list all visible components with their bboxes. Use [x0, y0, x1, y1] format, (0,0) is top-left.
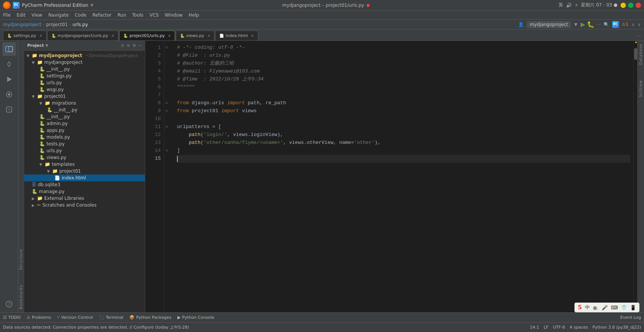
- tree-migrations-init[interactable]: 🐍 __init__.py: [24, 107, 145, 113]
- audio-icon[interactable]: 🔊: [566, 3, 572, 8]
- editor-scrollbar[interactable]: [633, 41, 637, 312]
- ime-mic[interactable]: 🎤: [602, 305, 608, 310]
- menu-navigate[interactable]: Navigate: [48, 12, 69, 18]
- status-python-version[interactable]: Python 3.8 (py38_dj22): [593, 325, 641, 330]
- tree-urls-main[interactable]: 🐍 urls.py: [24, 79, 145, 86]
- fold-11[interactable]: ⊟: [164, 123, 169, 131]
- tab-terminal[interactable]: ⬛ Terminal: [99, 315, 124, 320]
- nav-up-icon[interactable]: ∧: [631, 22, 635, 27]
- nav-down-icon[interactable]: ∨: [638, 22, 641, 27]
- sidebar-icon-commits[interactable]: [2, 57, 16, 71]
- menu-code[interactable]: Code: [75, 12, 87, 18]
- tree-project01-init[interactable]: 🐍 __init__.py: [24, 113, 145, 120]
- tree-views[interactable]: 🐍 views.py: [24, 154, 145, 161]
- status-encoding[interactable]: UTF-8: [553, 325, 565, 330]
- tab-python-packages[interactable]: 📦 Python Packages: [129, 315, 171, 320]
- menu-edit[interactable]: Edit: [17, 12, 25, 18]
- menu-view[interactable]: View: [31, 12, 42, 18]
- tree-index-html[interactable]: 📄 index.html: [24, 174, 145, 181]
- tree-migrations[interactable]: ▼ 📁 migrations: [24, 100, 145, 107]
- tree-urls-project01[interactable]: 🐍 urls.py: [24, 147, 145, 154]
- tree-root[interactable]: ▼ 📁 mydjangoproject ~/Desktop/DjangoProj…: [24, 52, 145, 59]
- fold-1[interactable]: ⊟: [164, 44, 169, 52]
- run-more-icon[interactable]: ⋯: [596, 22, 601, 27]
- close-button[interactable]: [636, 3, 641, 8]
- structure-label[interactable]: Structure: [19, 249, 23, 270]
- dropdown-icon[interactable]: ▼: [574, 22, 577, 27]
- code-content[interactable]: 1 2 3 4 5 6 7 8 9 10 11 12 13 14 15 ⊟: [145, 41, 637, 312]
- tab-todo[interactable]: ☑ TODO: [3, 315, 20, 320]
- ime-shirt[interactable]: 👕: [621, 305, 627, 310]
- breadcrumb-root[interactable]: mydjangoproject: [3, 22, 41, 27]
- menu-help[interactable]: Help: [189, 12, 199, 18]
- tree-init1[interactable]: 🐍 __init__.py: [24, 66, 145, 73]
- panel-scroll-from-source[interactable]: ⊙: [121, 43, 124, 48]
- ime-phone[interactable]: 📱: [630, 305, 636, 310]
- menu-file[interactable]: File: [3, 12, 11, 18]
- tab-overflow-button[interactable]: ⋯: [633, 32, 644, 40]
- app-dropdown-icon[interactable]: ▼: [90, 3, 93, 7]
- tab-index-html-close[interactable]: ×: [251, 34, 254, 38]
- sciview-label[interactable]: SciView: [639, 80, 643, 97]
- ime-chinese[interactable]: 中: [585, 304, 590, 311]
- tab-settings-close[interactable]: ×: [39, 34, 42, 38]
- tab-mydjangoproject-urls[interactable]: 🐍 mydjangoproject/urls.py ×: [47, 31, 118, 40]
- tab-problems[interactable]: ⚠ Problems: [26, 315, 51, 320]
- tab-views-close[interactable]: ×: [207, 34, 210, 38]
- menu-refactor[interactable]: Refactor: [92, 12, 111, 18]
- tab-version-control[interactable]: ⑂ Version Control: [57, 315, 93, 320]
- project-selector[interactable]: mydjangoproject: [527, 21, 571, 28]
- maximize-button[interactable]: [628, 3, 633, 8]
- status-position[interactable]: 14:1: [530, 325, 539, 330]
- status-indent[interactable]: 4 spaces: [570, 325, 588, 330]
- tree-templates-project01[interactable]: ▼ 📁 project01: [24, 168, 145, 174]
- menu-run[interactable]: Run: [118, 12, 126, 18]
- account-icon[interactable]: 👤: [518, 22, 524, 27]
- panel-settings-icon[interactable]: ⚙: [132, 43, 136, 48]
- ime-keyboard[interactable]: ⌨: [611, 305, 618, 310]
- tree-db[interactable]: 🗄 db.sqlite3: [24, 181, 145, 188]
- tab-views[interactable]: 🐍 views.py ×: [176, 31, 214, 40]
- tree-manage[interactable]: 🐍 manage.py: [24, 188, 145, 195]
- tree-models[interactable]: 🐍 models.py: [24, 134, 145, 141]
- tab-project01-urls-close[interactable]: ×: [168, 34, 171, 38]
- tree-settings[interactable]: 🐍 settings.py: [24, 73, 145, 79]
- tree-admin[interactable]: 🐍 admin.py: [24, 120, 145, 127]
- panel-dropdown-icon[interactable]: ▼: [45, 43, 48, 48]
- power-icon[interactable]: ⚡: [575, 3, 578, 8]
- tree-ext-libs[interactable]: ▶ 📁 External Libraries: [24, 195, 145, 202]
- tree-scratches[interactable]: ▶ ✂ Scratches and Consoles: [24, 202, 145, 208]
- sidebar-icon-debug[interactable]: [2, 88, 16, 101]
- tree-wsgi[interactable]: 🐍 wsgi.py: [24, 86, 145, 93]
- tree-project01[interactable]: ▼ 📁 project01: [24, 93, 145, 100]
- code-line-15[interactable]: [177, 155, 630, 163]
- tree-mydjangoproject[interactable]: ▼ 📁 mydjangoproject: [24, 59, 145, 66]
- code-editor[interactable]: ⊟ ⊟ ⊟ ⊟ ⊟: [164, 41, 633, 312]
- menu-window[interactable]: Window: [165, 12, 183, 18]
- sidebar-icon-python[interactable]: [2, 103, 16, 116]
- breadcrumb-part1[interactable]: project01: [46, 22, 68, 27]
- sidebar-icon-help[interactable]: ?: [2, 297, 16, 311]
- tree-tests[interactable]: 🐍 tests.py: [24, 141, 145, 147]
- minimize-button[interactable]: [621, 3, 626, 8]
- tab-settings[interactable]: 🐍 settings.py ×: [3, 31, 47, 40]
- panel-close-icon[interactable]: −: [138, 43, 142, 48]
- fold-8[interactable]: ⊟: [164, 99, 169, 107]
- search-icon[interactable]: 🔍: [604, 22, 609, 27]
- debug-button[interactable]: 🐛: [587, 21, 594, 28]
- breadcrumb-part2[interactable]: urls.py: [73, 22, 88, 27]
- menu-tools[interactable]: Tools: [132, 12, 144, 18]
- run-button[interactable]: ▶: [580, 21, 585, 28]
- fold-14[interactable]: ⊟: [164, 147, 169, 155]
- bookmarks-label[interactable]: Bookmarks: [19, 285, 23, 309]
- panel-collapse-all[interactable]: ≡: [127, 43, 130, 48]
- sidebar-icon-project[interactable]: [2, 42, 16, 56]
- tab-project01-urls[interactable]: 🐍 project01/urls.py ×: [119, 31, 175, 40]
- database-label[interactable]: Database: [639, 44, 643, 65]
- tree-templates[interactable]: ▼ 📁 templates: [24, 161, 145, 168]
- tree-apps[interactable]: 🐍 apps.py: [24, 127, 145, 134]
- tab-event-log[interactable]: Event Log: [620, 315, 641, 320]
- sidebar-icon-run[interactable]: [2, 73, 16, 86]
- status-line-ending[interactable]: LF: [544, 325, 548, 330]
- tab-python-console[interactable]: ▶ Python Console: [177, 315, 214, 320]
